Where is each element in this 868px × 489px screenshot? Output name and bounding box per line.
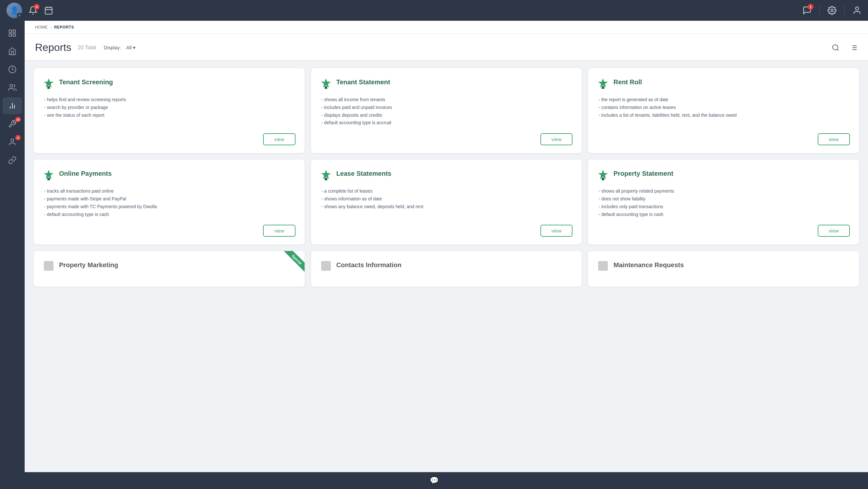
maintenance-badge: 10 [15,117,21,122]
breadcrumb-home[interactable]: HOME [35,25,48,30]
list-view-button[interactable] [850,44,858,52]
calendar-button[interactable] [44,6,53,15]
svg-point-15 [11,139,14,142]
card-footer: view [43,225,296,237]
view-button[interactable]: view [818,133,850,145]
svg-rect-31 [48,178,50,180]
card-lease-statements: Lease Statements - a complete list of le… [311,160,582,244]
avatar-star-badge: ✦ [17,13,22,18]
sidebar-item-tenants[interactable] [3,79,22,96]
card-title: Lease Statements [336,169,392,177]
card-header: Property Statement [597,169,850,182]
card-header: Maintenance Requests [597,260,850,273]
card-tenant-statement: Tenant Statement - shows all income from… [311,68,582,153]
cards-area: Tenant Screening - helps find and review… [25,60,868,294]
notification-badge: 4 [34,4,39,10]
star-icon [597,260,609,273]
card-title: Rent Roll [613,77,642,86]
svg-rect-36 [44,261,54,271]
star-icon [320,77,332,90]
star-icon [43,169,55,182]
card-footer: view [320,225,573,237]
sidebar-item-reports[interactable] [3,97,22,114]
star-icon [320,260,332,273]
svg-rect-27 [325,86,327,89]
view-button[interactable]: view [263,225,295,237]
star-icon [597,77,609,90]
svg-marker-32 [321,170,331,179]
card-body: - shows all property related payments - … [597,188,850,218]
card-body: - helps find and review screening report… [43,96,296,127]
card-property-marketing: Property Marketing Special [34,251,305,287]
svg-rect-0 [45,7,52,14]
card-online-payments: Online Payments - tracks all transaction… [34,160,305,244]
svg-marker-24 [44,78,54,88]
card-body: - shows all income from tenants - includ… [320,96,573,127]
star-icon [43,260,55,273]
chat-icon[interactable]: 💬 [430,476,438,485]
sidebar-item-properties[interactable] [3,43,22,60]
svg-point-16 [833,45,838,50]
notification-button[interactable]: 4 [29,6,38,15]
topbar-divider2 [844,4,845,16]
card-header: Lease Statements [320,169,573,182]
card-title: Online Payments [59,169,112,177]
card-header: Contacts Information [320,260,573,273]
settings-button[interactable] [828,6,837,15]
topbar-divider [819,4,820,16]
cards-grid: Tenant Screening - helps find and review… [34,68,859,287]
card-contacts-information: Contacts Information [311,251,582,287]
card-body: - a complete list of leases - shows info… [320,188,573,218]
sidebar-item-users[interactable]: 8 [3,134,22,151]
svg-point-4 [831,9,833,12]
topbar-right: 1 [803,4,862,16]
sidebar-item-maintenance[interactable]: 10 [3,116,22,132]
svg-marker-30 [44,170,54,179]
sidebar-item-dashboard[interactable] [3,25,22,41]
card-rent-roll: Rent Roll - the report is generated as o… [588,68,859,153]
card-tenant-screening: Tenant Screening - helps find and review… [34,68,305,153]
view-button[interactable]: view [540,133,572,145]
card-header: Rent Roll [597,77,850,90]
card-body: - the report is generated as of date - c… [597,96,850,127]
card-title: Contacts Information [336,260,402,269]
chevron-down-icon: ▾ [133,45,135,51]
topbar: 👤 ✦ 4 1 [0,0,868,21]
svg-point-5 [855,7,858,10]
svg-rect-35 [602,178,604,180]
total-count: 20 Total [78,45,96,51]
card-maintenance-requests: Maintenance Requests [588,251,859,287]
main-content: HOME › REPORTS Reports 20 Total Display:… [25,21,868,472]
card-header: Property Marketing [43,260,296,273]
card-title: Tenant Statement [336,77,390,86]
sidebar-item-payments[interactable] [3,61,22,78]
display-label: Display: [104,45,121,50]
card-title: Property Marketing [59,260,118,269]
card-footer: view [597,133,850,145]
view-button[interactable]: view [818,225,850,237]
topbar-left: 👤 ✦ 4 [6,3,53,18]
svg-point-11 [10,84,13,87]
messages-badge: 1 [808,4,813,10]
card-header: Online Payments [43,169,296,182]
sidebar: 10 8 [0,21,25,472]
svg-rect-38 [598,261,608,271]
users-badge: 8 [15,135,21,140]
card-title: Tenant Screening [59,77,113,86]
avatar[interactable]: 👤 ✦ [6,3,22,18]
svg-rect-8 [13,34,16,36]
display-select[interactable]: All ▾ [126,45,135,51]
svg-rect-6 [9,30,12,32]
star-icon [597,169,609,182]
profile-button[interactable] [852,6,862,15]
view-button[interactable]: view [540,225,572,237]
sidebar-item-links[interactable] [3,152,22,169]
messages-button[interactable]: 1 [803,6,812,15]
card-header: Tenant Statement [320,77,573,90]
svg-marker-34 [598,170,608,179]
search-button[interactable] [832,44,839,52]
svg-marker-26 [321,78,331,88]
breadcrumb-current: REPORTS [54,25,74,30]
card-header: Tenant Screening [43,77,296,90]
view-button[interactable]: view [263,133,295,145]
